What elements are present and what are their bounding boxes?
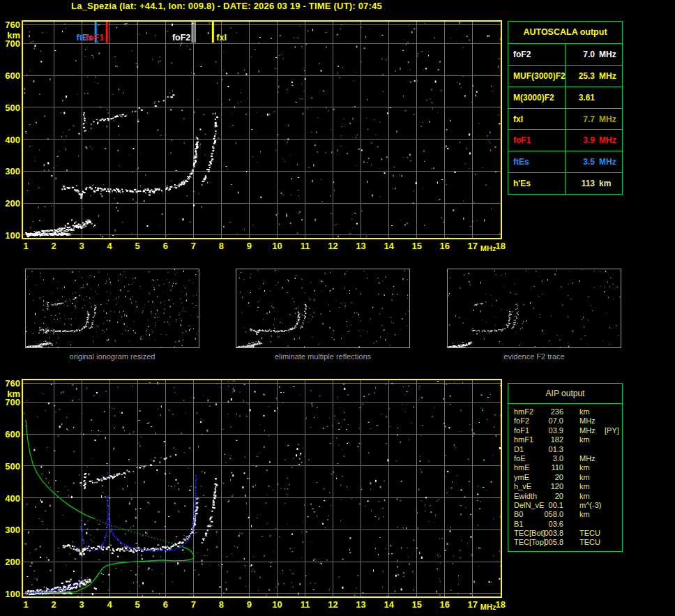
autoscala-row-fxI: fxI7.7MHz — [508, 109, 622, 130]
grid — [23, 22, 501, 238]
param-label: foF2 — [508, 44, 566, 65]
noise-speckle — [239, 270, 409, 347]
param-value: 03.6 — [508, 520, 563, 529]
aip-row-ymE: ymE20km — [508, 473, 622, 482]
aip-row-D1: D101.3 — [508, 445, 622, 454]
noise-speckle — [26, 269, 199, 347]
param-value: 00.1 — [508, 501, 563, 510]
y-axis-unit: km — [1, 31, 20, 40]
autoscala-row-h'Es: h'Es113km — [508, 173, 622, 194]
param-value: 236 — [508, 407, 563, 416]
param-value: 003.8 — [508, 529, 563, 538]
x-tick-label: 4 — [102, 600, 117, 609]
param-label: ftEs — [508, 151, 566, 172]
param-unit: MHz — [579, 454, 596, 463]
x-tick-label: 7 — [185, 600, 201, 609]
param-unit: TECU — [579, 538, 600, 547]
x-tick-label: 12 — [326, 600, 341, 609]
x-tick-label: 17 — [465, 241, 480, 250]
ionogram-echo-traces — [25, 94, 218, 237]
x-tick-label: 15 — [409, 241, 425, 250]
fof2-marker-line — [192, 22, 193, 43]
param-note: [PY] — [605, 426, 619, 435]
x-tick-label: 10 — [269, 241, 285, 250]
param-value: 113km — [566, 179, 622, 188]
panel-original-ionogram-resized — [25, 269, 199, 348]
aip-row-TEC[Bot]: TEC[Bot]003.8TECU — [508, 529, 622, 538]
y-tick-label: 500 — [1, 462, 20, 471]
mini-ionogram-traces — [236, 301, 307, 347]
aip-row-B1: B103.6 — [508, 520, 622, 529]
param-value: 7.0MHz — [566, 50, 622, 59]
x-axis-unit: MHz — [480, 245, 496, 253]
autoscala-row-M(3000)F2: M(3000)F23.61 — [508, 87, 622, 109]
param-value: 182 — [508, 435, 563, 444]
panel-caption: original ionogram resized — [25, 352, 199, 361]
aip-row-foF1: foF103.9MHz[PY] — [508, 426, 622, 435]
aip-row-h_vE: h_vE120km — [508, 482, 622, 491]
x-tick-label: 14 — [381, 600, 397, 609]
param-value: 03.9 — [508, 426, 563, 435]
autoscala-row-ftEs: ftEs3.5MHz — [508, 151, 622, 173]
param-value: 058.0 — [508, 510, 563, 519]
param-unit: km — [579, 492, 590, 501]
x-tick-label: 5 — [130, 600, 145, 609]
x-tick-label: 16 — [437, 600, 453, 609]
noise-speckle — [448, 270, 621, 347]
param-value: 20 — [508, 473, 563, 482]
fof1-marker-line — [106, 22, 108, 43]
param-value: 07.0 — [508, 416, 563, 426]
p3-canvas — [448, 269, 621, 347]
param-unit: MHz — [579, 416, 596, 426]
x-tick-label: 2 — [46, 600, 61, 609]
x-tick-label: 8 — [213, 600, 229, 609]
param-value: 7.7MHz — [566, 114, 622, 124]
param-value: 3.5MHz — [566, 157, 622, 167]
y-tick-label: 500 — [1, 103, 20, 112]
param-value: 25.3MHz — [566, 71, 622, 81]
aip-row-hmF2: hmF2236km — [508, 407, 622, 416]
aip-row-B0: B0058.0km — [508, 510, 622, 519]
autoscala-table-title: AUTOSCALA output — [508, 22, 622, 44]
y-tick-label: 700 — [1, 398, 20, 407]
y-tick-label: 200 — [1, 199, 20, 208]
param-unit: MHz — [579, 426, 596, 435]
x-tick-label: 14 — [381, 241, 397, 250]
aip-row-hmF1: hmF1182km — [508, 435, 622, 444]
y-tick-label: 100 — [1, 589, 20, 599]
mini-ionogram-traces — [448, 303, 518, 348]
y-tick-label: 760 — [1, 20, 20, 29]
param-unit: TECU — [579, 529, 600, 538]
param-unit: km — [579, 435, 590, 444]
x-axis-unit: MHz — [480, 603, 496, 611]
param-label: M(3000)F2 — [508, 87, 566, 108]
p2-canvas — [236, 269, 409, 347]
aip-row-foE: foE3.0MHz — [508, 454, 622, 463]
param-unit: km — [579, 407, 590, 416]
x-tick-label: 9 — [241, 600, 257, 609]
marker-label-fxI: fxI — [216, 33, 227, 43]
aip-row-Ewidth: Ewidth20km — [508, 492, 622, 501]
x-tick-label: 11 — [298, 241, 313, 250]
x-tick-label: 4 — [102, 241, 117, 250]
param-value: 005.8 — [508, 538, 563, 547]
y-tick-label: 700 — [1, 39, 20, 48]
param-unit: km — [579, 482, 590, 491]
param-value: 120 — [508, 482, 563, 491]
aip-row-TEC[Top]: TEC[Top]005.8TECU — [508, 538, 622, 547]
aip-table-title: AIP output — [508, 384, 622, 404]
x-tick-label: 11 — [298, 600, 313, 609]
panel-eliminate-multiple-reflections — [236, 269, 410, 348]
x-tick-label: 12 — [326, 241, 341, 250]
param-label: MUF(3000)F2 — [508, 66, 566, 87]
autoscala-row-foF2: foF27.0MHz — [508, 44, 622, 66]
x-tick-label: 2 — [46, 241, 61, 250]
param-value: 3.0 — [508, 454, 563, 463]
grid — [23, 380, 501, 596]
top-plot-canvas: ftEsfoF1foF2fxI — [23, 22, 501, 238]
param-value: 110 — [508, 463, 563, 472]
param-label: foF1 — [508, 130, 566, 151]
panel-caption: eliminate multiple reflections — [236, 352, 410, 361]
ionogram-plot-inverted — [22, 379, 502, 598]
autoscala-row-foF1: foF13.9MHz — [508, 130, 622, 151]
